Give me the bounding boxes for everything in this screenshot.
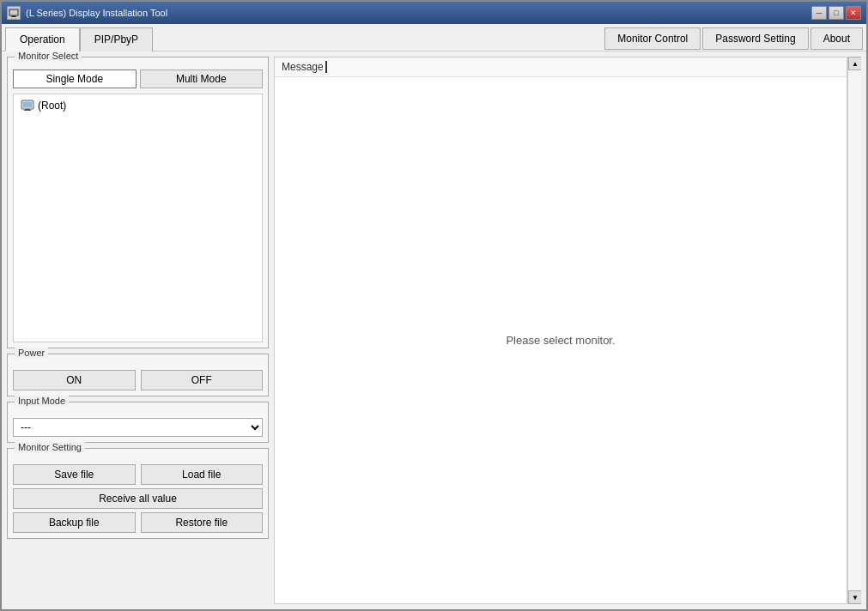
placeholder-text: Please select monitor. xyxy=(506,334,615,347)
backup-file-button[interactable]: Backup file xyxy=(13,512,136,533)
monitor-select-box: Single Mode Multi Mode xyxy=(8,61,268,348)
close-button[interactable]: ✕ xyxy=(846,6,861,20)
scroll-up-button[interactable]: ▲ xyxy=(848,57,861,70)
setting-row-2: Receive all value xyxy=(13,488,263,509)
cursor-indicator xyxy=(325,61,327,73)
message-header: Message xyxy=(275,57,847,77)
svg-rect-4 xyxy=(25,109,30,110)
power-off-button[interactable]: OFF xyxy=(141,370,264,390)
setting-row-1: Save file Load file xyxy=(13,464,263,485)
input-mode-box: --- xyxy=(8,406,268,442)
right-panel-wrapper: Message Please select monitor. ▲ ▼ xyxy=(274,57,861,604)
tree-root-label: (Root) xyxy=(38,100,66,112)
tab-operation[interactable]: Operation xyxy=(5,27,80,51)
main-content: Monitor Select Single Mode Multi Mode xyxy=(2,51,866,609)
menu-about[interactable]: About xyxy=(810,27,863,50)
monitor-tree: (Root) xyxy=(13,94,263,342)
monitor-select-group: Monitor Select Single Mode Multi Mode xyxy=(7,57,269,348)
power-buttons: ON OFF xyxy=(13,370,263,390)
receive-all-value-button[interactable]: Receive all value xyxy=(13,488,263,509)
menu-bar: Operation PIP/PbyP Monitor Control Passw… xyxy=(2,24,866,51)
message-content: Please select monitor. xyxy=(275,77,847,603)
restore-file-button[interactable]: Restore file xyxy=(141,512,264,533)
setting-buttons: Save file Load file Receive all value Ba… xyxy=(13,464,263,533)
scroll-track xyxy=(848,70,861,590)
left-panel: Monitor Select Single Mode Multi Mode xyxy=(7,57,269,604)
message-tab-label: Message xyxy=(282,61,324,73)
svg-rect-2 xyxy=(11,16,16,17)
power-box: ON OFF xyxy=(8,358,268,396)
monitor-setting-group: Monitor Setting Save file Load file Rece… xyxy=(7,448,269,539)
main-window: (L Series) Display Installation Tool ─ □… xyxy=(0,0,868,611)
monitor-setting-title: Monitor Setting xyxy=(15,442,85,452)
menu-left: Operation PIP/PbyP xyxy=(5,24,153,51)
mode-buttons: Single Mode Multi Mode xyxy=(13,70,263,88)
load-file-button[interactable]: Load file xyxy=(141,464,264,485)
svg-rect-1 xyxy=(12,15,15,16)
input-mode-title: Input Mode xyxy=(15,396,69,406)
right-panel: Message Please select monitor. xyxy=(274,57,847,604)
svg-rect-0 xyxy=(9,9,18,15)
svg-rect-5 xyxy=(24,110,31,111)
title-bar: (L Series) Display Installation Tool ─ □… xyxy=(2,2,866,24)
multi-mode-button[interactable]: Multi Mode xyxy=(140,70,264,88)
minimize-button[interactable]: ─ xyxy=(811,6,827,20)
menu-password-setting[interactable]: Password Setting xyxy=(702,27,808,50)
restore-button[interactable]: □ xyxy=(829,6,844,20)
monitor-tree-icon xyxy=(21,100,34,112)
title-controls: ─ □ ✕ xyxy=(811,6,861,20)
menu-right: Monitor Control Password Setting About xyxy=(604,24,863,51)
title-bar-left: (L Series) Display Installation Tool xyxy=(7,6,167,20)
app-icon xyxy=(7,6,21,20)
scroll-down-button[interactable]: ▼ xyxy=(848,590,861,604)
power-on-button[interactable]: ON xyxy=(13,370,136,390)
power-title: Power xyxy=(15,348,48,358)
power-group: Power ON OFF xyxy=(7,354,269,396)
input-mode-group: Input Mode --- xyxy=(7,402,269,443)
monitor-select-title: Monitor Select xyxy=(15,51,82,61)
save-file-button[interactable]: Save file xyxy=(13,464,136,485)
monitor-setting-box: Save file Load file Receive all value Ba… xyxy=(8,452,268,538)
tree-root-item[interactable]: (Root) xyxy=(17,98,258,113)
setting-row-3: Backup file Restore file xyxy=(13,512,263,533)
input-mode-dropdown[interactable]: --- xyxy=(13,418,263,437)
tab-pip[interactable]: PIP/PbyP xyxy=(80,27,153,51)
svg-rect-7 xyxy=(23,102,32,107)
single-mode-button[interactable]: Single Mode xyxy=(13,70,137,88)
scrollbar: ▲ ▼ xyxy=(847,57,861,604)
window-title: (L Series) Display Installation Tool xyxy=(26,8,167,18)
menu-monitor-control[interactable]: Monitor Control xyxy=(604,27,701,50)
